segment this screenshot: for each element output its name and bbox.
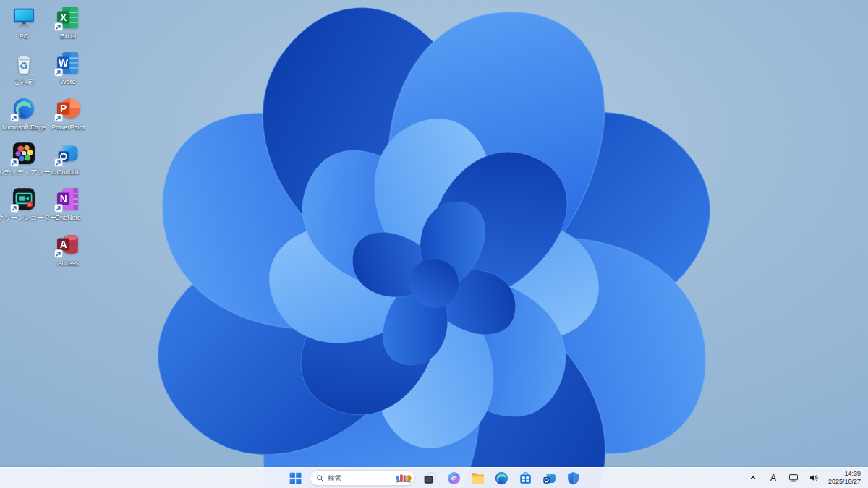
search-icon (316, 474, 324, 482)
clock[interactable]: 14:39 2025/10/27 (825, 470, 865, 486)
tray-chevron-button[interactable] (744, 469, 762, 487)
shortcut-arrow-icon (54, 249, 63, 258)
desktop-icon-outlook[interactable]: Outlook (46, 141, 90, 176)
taskbar-button-security[interactable] (563, 469, 582, 487)
access-icon: A (56, 232, 80, 257)
svg-text:W: W (59, 57, 69, 69)
shortcut-arrow-icon (10, 158, 19, 167)
svg-text:N: N (60, 194, 67, 205)
desktop-icon-label: ごみ箱 (14, 78, 33, 85)
svg-text:♻: ♻ (20, 60, 28, 72)
start-icon (288, 471, 303, 486)
desktop-icon-powerpoint[interactable]: PPowerPoint (46, 96, 90, 131)
store-icon (518, 471, 533, 486)
taskbar-search-box[interactable] (310, 470, 415, 486)
desktop-icon-multimedia-app[interactable]: マルチメディアツール (2, 141, 46, 176)
network-button[interactable] (785, 469, 802, 487)
security-icon (566, 471, 581, 486)
desktop-icon-pc[interactable]: PC (2, 5, 46, 40)
volume-button[interactable] (805, 469, 822, 487)
edge-icon (12, 96, 36, 121)
desktop-icon-label: Access (57, 260, 78, 267)
clock-date: 2025/10/27 (828, 478, 861, 486)
task-view-icon (422, 471, 438, 486)
system-tray: A 14:39 2025/10/27 (744, 468, 865, 488)
desktop-icon-grid: PCXExcel♻ごみ箱WWordMicrosoft EdgePPowerPoi… (0, 0, 868, 488)
desktop-icon-word[interactable]: WWord (46, 51, 90, 85)
search-highlight-icon[interactable] (394, 472, 412, 484)
svg-text:A: A (60, 239, 67, 250)
shortcut-arrow-icon (54, 22, 63, 31)
svg-text:P: P (60, 103, 67, 114)
desktop-icon-label: Word (60, 78, 75, 85)
screen-recorder-icon (12, 187, 36, 211)
desktop-icon-screen-recorder[interactable]: スクリーンレコーダー (2, 187, 46, 221)
ime-mode-button[interactable]: A (765, 469, 782, 487)
shortcut-arrow-icon (10, 204, 19, 213)
svg-text:X: X (60, 12, 67, 23)
desktop-icon-label: PC (20, 33, 29, 40)
powerpoint-icon: P (56, 96, 80, 121)
recycle-bin-icon: ♻ (12, 51, 36, 75)
taskbar-center-group (286, 468, 582, 488)
onenote-icon: N (56, 187, 80, 211)
outlook-icon (56, 141, 80, 166)
shortcut-arrow-icon (10, 114, 19, 122)
taskbar: A 14:39 2025/10/27 (0, 467, 868, 488)
shortcut-arrow-icon (54, 68, 63, 77)
desktop-icon-onenote[interactable]: NOneNote (46, 187, 90, 221)
taskbar-button-outlook[interactable] (540, 469, 558, 487)
desktop-icon-edge[interactable]: Microsoft Edge (2, 96, 46, 131)
desktop-icon-access[interactable]: AAccess (46, 232, 90, 267)
taskbar-button-edge[interactable] (492, 469, 511, 487)
file-explorer-icon (470, 471, 485, 486)
search-input[interactable] (328, 474, 391, 482)
outlook-icon (542, 471, 557, 486)
desktop-icon-label: OneNote (55, 214, 81, 221)
chevron-up-icon (748, 473, 758, 483)
taskbar-button-store[interactable] (516, 469, 535, 487)
shortcut-arrow-icon (54, 114, 63, 122)
taskbar-button-start[interactable] (286, 469, 305, 487)
desktop-icon-recycle-bin[interactable]: ♻ごみ箱 (2, 51, 46, 85)
pc-icon (12, 5, 36, 30)
taskbar-button-file-explorer[interactable] (468, 469, 487, 487)
clock-time: 14:39 (828, 470, 861, 478)
desktop-icon-label: Excel (60, 33, 76, 40)
shortcut-arrow-icon (54, 204, 63, 213)
desktop-icon-label: Outlook (56, 168, 79, 176)
multimedia-app-icon (12, 141, 36, 166)
taskbar-button-copilot[interactable] (444, 469, 463, 487)
volume-icon (809, 473, 819, 483)
network-icon (788, 473, 799, 483)
word-icon: W (56, 51, 80, 75)
taskbar-button-task-view[interactable] (420, 469, 439, 487)
desktop-icon-label: PowerPoint (51, 124, 85, 131)
shortcut-arrow-icon (54, 158, 63, 167)
excel-icon: X (56, 5, 80, 30)
edge-icon (494, 471, 509, 486)
ime-mode-indicator: A (768, 473, 778, 483)
desktop-icon-excel[interactable]: XExcel (46, 5, 90, 40)
copilot-icon (446, 471, 461, 486)
desktop-icon-label: Microsoft Edge (2, 124, 46, 131)
